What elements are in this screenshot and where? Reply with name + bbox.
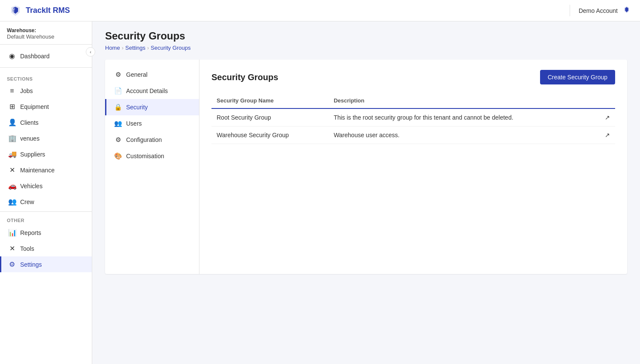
tools-label: Tools bbox=[20, 245, 34, 252]
sidebar-divider bbox=[0, 211, 92, 212]
row-action-button[interactable]: ↗ bbox=[598, 108, 615, 126]
logo-icon: T bbox=[9, 4, 22, 18]
account-details-label: Account Details bbox=[126, 87, 168, 94]
maintenance-label: Maintenance bbox=[20, 167, 54, 174]
suppliers-icon: 🚚 bbox=[8, 150, 16, 158]
security-groups-table: Security Group Name Description Root Sec… bbox=[211, 93, 615, 144]
page-title: Security Groups bbox=[105, 30, 627, 42]
dashboard-icon: ◉ bbox=[8, 52, 16, 60]
maintenance-icon: ✕ bbox=[8, 166, 16, 174]
sub-nav-configuration[interactable]: ⚙ Configuration bbox=[105, 132, 199, 148]
sub-nav-users[interactable]: 👥 Users bbox=[105, 115, 199, 132]
general-label: General bbox=[126, 71, 148, 78]
configuration-label: Configuration bbox=[126, 136, 162, 143]
account-name: Demo Account bbox=[579, 7, 618, 14]
content-area: ⚙ General 📄 Account Details 🔒 Security 👥… bbox=[105, 60, 627, 274]
other-label: OTHER bbox=[0, 214, 92, 225]
sidebar-item-venues[interactable]: 🏢 venues bbox=[0, 130, 92, 146]
dashboard-section: ◉ Dashboard bbox=[0, 45, 92, 68]
main-content: Security Groups Home › Settings › Securi… bbox=[92, 21, 640, 364]
warehouse-name: Default Warehouse bbox=[7, 33, 85, 40]
cell-name: Root Security Group bbox=[211, 108, 329, 126]
sidebar: Warehouse: Default Warehouse ◉ Dashboard… bbox=[0, 21, 92, 364]
venues-icon: 🏢 bbox=[8, 134, 16, 142]
security-icon: 🔒 bbox=[114, 103, 122, 111]
users-icon: 👥 bbox=[114, 120, 122, 127]
col-description: Description bbox=[329, 93, 598, 108]
logo-area: T TrackIt RMS bbox=[9, 4, 70, 18]
equipment-label: Equipment bbox=[20, 103, 49, 110]
sidebar-item-settings[interactable]: ⚙ Settings bbox=[0, 256, 92, 272]
sidebar-item-dashboard[interactable]: ◉ Dashboard bbox=[0, 48, 92, 64]
sub-nav-security[interactable]: 🔒 Security bbox=[105, 99, 199, 115]
suppliers-label: Suppliers bbox=[20, 151, 45, 158]
sidebar-item-equipment[interactable]: ⊞ Equipment bbox=[0, 99, 92, 114]
crew-icon: 👥 bbox=[8, 198, 16, 206]
sidebar-collapse-button[interactable]: ‹ bbox=[86, 47, 95, 57]
vehicles-label: Vehicles bbox=[20, 183, 42, 190]
jobs-label: Jobs bbox=[20, 87, 33, 94]
crew-label: Crew bbox=[20, 199, 34, 205]
breadcrumb-home[interactable]: Home bbox=[105, 45, 120, 51]
sections-label: SECTIONS bbox=[0, 72, 92, 83]
breadcrumb: Home › Settings › Security Groups bbox=[105, 45, 627, 51]
breadcrumb-sep-1: › bbox=[122, 45, 124, 51]
clients-icon: 👤 bbox=[8, 118, 16, 126]
users-label: Users bbox=[126, 120, 142, 127]
settings-icon: ⚙ bbox=[8, 260, 16, 268]
panel-title: Security Groups bbox=[211, 72, 278, 82]
cell-description: Warehouse user access. bbox=[329, 126, 598, 144]
main-panel: Security Groups Create Security Group Se… bbox=[199, 60, 627, 274]
warehouse-section: Warehouse: Default Warehouse bbox=[0, 21, 92, 45]
vehicles-icon: 🚗 bbox=[8, 182, 16, 190]
sidebar-sections: SECTIONS ≡ Jobs ⊞ Equipment 👤 Clients 🏢 … bbox=[0, 68, 92, 277]
sidebar-item-maintenance[interactable]: ✕ Maintenance bbox=[0, 162, 92, 178]
svg-text:T: T bbox=[12, 8, 15, 13]
app-body: Warehouse: Default Warehouse ◉ Dashboard… bbox=[0, 21, 640, 364]
sidebar-item-reports[interactable]: 📊 Reports bbox=[0, 225, 92, 241]
reports-label: Reports bbox=[20, 229, 41, 236]
table-row: Warehouse Security Group Warehouse user … bbox=[211, 126, 615, 144]
customisation-label: Customisation bbox=[126, 153, 164, 159]
venues-label: venues bbox=[20, 135, 39, 142]
breadcrumb-sep-2: › bbox=[147, 45, 149, 51]
customisation-icon: 🎨 bbox=[114, 152, 122, 160]
equipment-icon: ⊞ bbox=[8, 102, 16, 111]
jobs-icon: ≡ bbox=[8, 87, 16, 95]
sidebar-item-tools[interactable]: ✕ Tools bbox=[0, 241, 92, 256]
top-nav: T TrackIt RMS Demo Account bbox=[0, 0, 640, 21]
reports-icon: 📊 bbox=[8, 229, 16, 237]
dashboard-label: Dashboard bbox=[20, 53, 50, 60]
page-header: Security Groups Home › Settings › Securi… bbox=[105, 30, 627, 51]
security-label: Security bbox=[126, 104, 148, 111]
panel-header: Security Groups Create Security Group bbox=[211, 70, 615, 84]
sub-nav-general[interactable]: ⚙ General bbox=[105, 66, 199, 83]
tools-icon: ✕ bbox=[8, 244, 16, 253]
table-row: Root Security Group This is the root sec… bbox=[211, 108, 615, 126]
account-details-icon: 📄 bbox=[114, 87, 122, 95]
cell-description: This is the root security group for this… bbox=[329, 108, 598, 126]
settings-label: Settings bbox=[20, 261, 42, 268]
cell-name: Warehouse Security Group bbox=[211, 126, 329, 144]
app-name: TrackIt RMS bbox=[26, 6, 70, 15]
col-name: Security Group Name bbox=[211, 93, 329, 108]
breadcrumb-settings[interactable]: Settings bbox=[125, 45, 145, 51]
sidebar-item-clients[interactable]: 👤 Clients bbox=[0, 114, 92, 130]
row-action-button[interactable]: ↗ bbox=[598, 126, 615, 144]
account-icon bbox=[622, 5, 631, 16]
table-header: Security Group Name Description bbox=[211, 93, 615, 108]
sub-nav-customisation[interactable]: 🎨 Customisation bbox=[105, 148, 199, 164]
general-icon: ⚙ bbox=[114, 71, 122, 78]
sub-nav-account-details[interactable]: 📄 Account Details bbox=[105, 83, 199, 99]
clients-label: Clients bbox=[20, 119, 39, 126]
warehouse-label: Warehouse: bbox=[7, 27, 85, 33]
breadcrumb-security-groups[interactable]: Security Groups bbox=[151, 45, 190, 51]
account-area: Demo Account bbox=[570, 5, 631, 16]
create-security-group-button[interactable]: Create Security Group bbox=[540, 70, 615, 84]
sidebar-item-vehicles[interactable]: 🚗 Vehicles bbox=[0, 178, 92, 194]
sub-sidebar: ⚙ General 📄 Account Details 🔒 Security 👥… bbox=[105, 60, 199, 274]
sidebar-item-jobs[interactable]: ≡ Jobs bbox=[0, 83, 92, 99]
sidebar-item-suppliers[interactable]: 🚚 Suppliers bbox=[0, 146, 92, 162]
table-body: Root Security Group This is the root sec… bbox=[211, 108, 615, 144]
sidebar-item-crew[interactable]: 👥 Crew bbox=[0, 194, 92, 210]
